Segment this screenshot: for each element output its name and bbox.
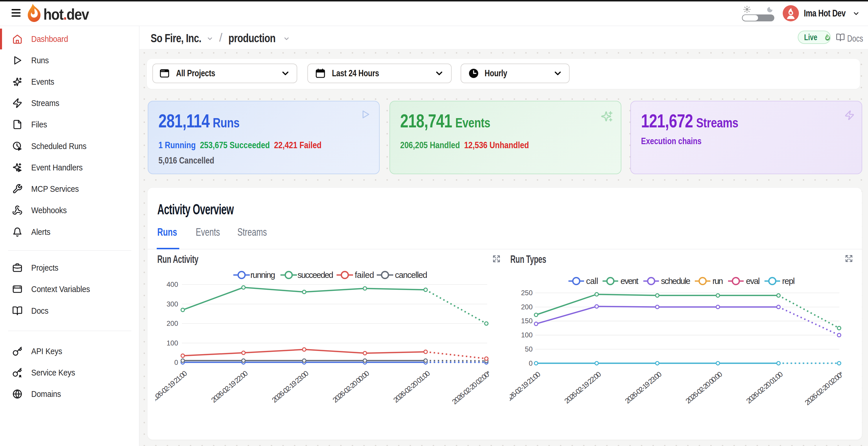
svg-text:50: 50 — [525, 345, 533, 353]
svg-text:200: 200 — [166, 319, 178, 327]
svg-text:call: call — [586, 276, 598, 286]
svg-text:2026-02-20 02:00*: 2026-02-20 02:00* — [803, 370, 845, 407]
svg-text:event: event — [620, 276, 639, 286]
svg-text:succeeded: succeeded — [298, 270, 333, 280]
svg-text:2026-02-19 23:00: 2026-02-19 23:00 — [270, 369, 310, 404]
svg-text:400: 400 — [166, 280, 178, 288]
svg-text:2026-02-19 21:00: 2026-02-19 21:00 — [502, 370, 542, 405]
svg-text:eval: eval — [746, 276, 760, 286]
svg-text:2026-02-19 22:00: 2026-02-19 22:00 — [563, 370, 602, 405]
svg-text:run: run — [712, 276, 723, 286]
svg-text:150: 150 — [521, 317, 533, 325]
svg-text:cancelled: cancelled — [395, 270, 427, 280]
svg-text:200: 200 — [521, 303, 533, 311]
svg-text:2026-02-20 00:00: 2026-02-20 00:00 — [684, 370, 724, 405]
svg-text:2026-02-19 22:00: 2026-02-19 22:00 — [210, 369, 250, 404]
svg-text:300: 300 — [166, 300, 178, 308]
svg-text:running: running — [250, 270, 275, 280]
svg-text:2026-02-20 01:00: 2026-02-20 01:00 — [745, 370, 784, 405]
svg-text:schedule: schedule — [661, 276, 690, 286]
svg-text:2026-02-20 01:00: 2026-02-20 01:00 — [392, 369, 432, 404]
svg-text:2026-02-20 02:00*: 2026-02-20 02:00* — [451, 369, 492, 406]
svg-text:2026-02-19 23:00: 2026-02-19 23:00 — [623, 370, 663, 405]
svg-text:failed: failed — [355, 270, 374, 280]
svg-text:100: 100 — [521, 331, 533, 339]
svg-text:2026-02-19 21:00: 2026-02-19 21:00 — [149, 369, 189, 404]
svg-text:0: 0 — [529, 359, 533, 367]
svg-text:2026-02-20 00:00: 2026-02-20 00:00 — [331, 369, 371, 404]
svg-text:100: 100 — [166, 339, 178, 347]
svg-text:250: 250 — [521, 289, 533, 297]
svg-text:0: 0 — [174, 358, 178, 366]
svg-text:repl: repl — [782, 276, 795, 286]
